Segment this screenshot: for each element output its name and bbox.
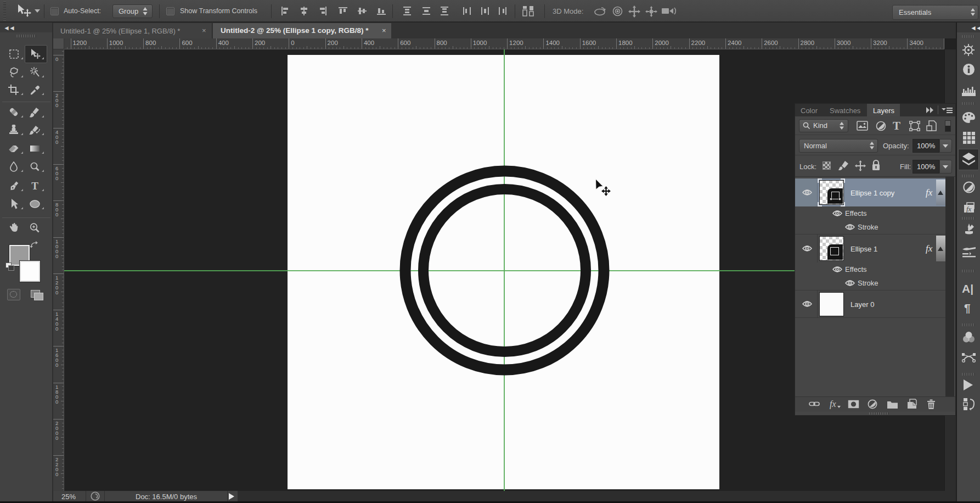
svg-text:fx: fx [966, 205, 972, 213]
svg-text:T: T [31, 181, 38, 191]
